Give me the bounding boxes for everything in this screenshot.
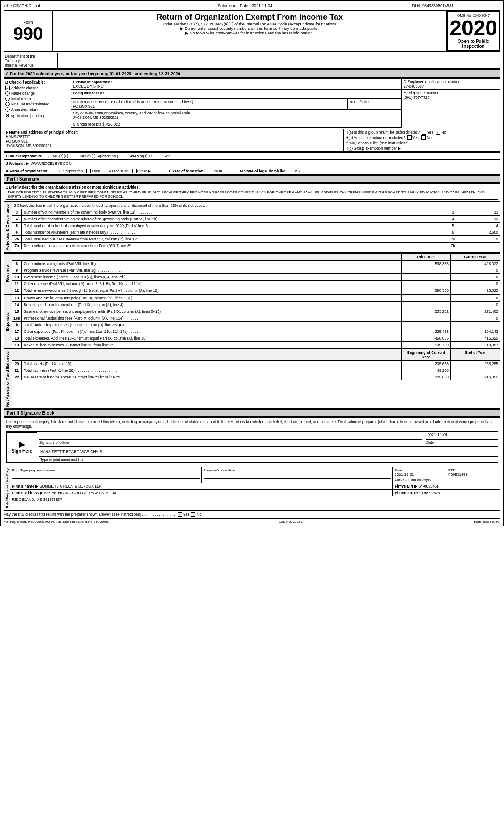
prep-check-label: Check □ if self-employed xyxy=(395,478,444,482)
trust-checkbox[interactable] xyxy=(86,169,91,173)
ein-col: D Employer identification number 27-0406… xyxy=(402,79,500,128)
org-city: JACKSON, MS 392050921 xyxy=(73,115,400,120)
line22-num: 22 xyxy=(12,374,22,380)
expenses-label: Expenses xyxy=(4,295,12,348)
name-change-radio[interactable] xyxy=(5,91,10,96)
initial-return-radio[interactable] xyxy=(5,97,10,101)
footer-yes-checkbox[interactable] xyxy=(178,512,182,517)
ha-no-checkbox[interactable] xyxy=(436,130,440,135)
form-label-footer: Form 990 (2020) xyxy=(474,520,500,524)
check-final-return: Final return/terminated xyxy=(5,102,69,106)
line8-num: 8 xyxy=(12,261,22,267)
signature-section: Under penalties of perjury, I declare th… xyxy=(4,417,500,466)
org-dba-row: Doing business as xyxy=(71,90,401,99)
line12-num: 12 xyxy=(12,287,22,294)
amended-return-radio[interactable] xyxy=(5,107,10,112)
officer-name-value: HANS PETTIT BOARD VICE CHAIR xyxy=(40,450,497,454)
check-label: B Check if applicable: xyxy=(5,80,69,84)
line10-row: 10 Investment income (Part VIII, column … xyxy=(12,274,500,281)
ha-yes-checkbox[interactable] xyxy=(422,130,426,135)
net-assets-label: Net Assets or Fund Balances xyxy=(4,349,12,408)
527-checkbox[interactable] xyxy=(158,154,162,158)
hb-no-checkbox[interactable] xyxy=(421,135,426,140)
officer-name-row: HANS PETTIT BOARD VICE CHAIR xyxy=(39,449,498,457)
hb-label: H(b) Are all subordinates xyxy=(346,135,387,140)
preparer-side-label: Paid Preparer Use Only xyxy=(4,467,10,509)
application-pending-label: Application pending xyxy=(11,114,44,118)
firm-name-col: Firm's name ▶ SUMMERS GREEN & LEROUX LLP xyxy=(10,483,393,489)
line4-box: 4 xyxy=(442,216,464,222)
501c3-label: 501(c)(3) xyxy=(53,154,68,158)
ha-yes-no: Yes No xyxy=(422,130,446,135)
phone-value: (601) 707-7726 xyxy=(404,95,498,100)
expenses-sided: Expenses 13 Grants and similar amounts p… xyxy=(4,294,500,349)
hb-yes-item: Yes xyxy=(407,135,419,140)
line16a-prior xyxy=(402,315,451,321)
line4-num: 4 xyxy=(12,216,22,222)
firm-ein-value: 64-0853461 xyxy=(418,484,438,488)
firm-ein-label: Firm's EIN ▶ xyxy=(395,484,417,488)
line4-value: 13 xyxy=(464,216,500,222)
final-return-radio[interactable] xyxy=(5,102,10,106)
hb-no-label: No xyxy=(427,135,432,140)
dept-row: Department of the Treasury Internal Reve… xyxy=(4,53,500,69)
501c-checkbox[interactable] xyxy=(74,154,78,158)
line12-prior: 598,385 xyxy=(402,287,451,294)
4947-checkbox[interactable] xyxy=(124,154,128,158)
trust-opt: Trust xyxy=(86,169,100,173)
officer-city: JACKSON, MS 392050921 xyxy=(6,143,342,148)
m-label: M State of legal domicile: xyxy=(240,169,285,173)
line11-prior xyxy=(402,281,451,287)
dept-line2: Treasury xyxy=(5,59,56,63)
prep-sig-label: Preparer's signature xyxy=(204,468,391,472)
501c3-checkbox[interactable] xyxy=(47,154,51,158)
line16a-num: 16a xyxy=(12,315,22,321)
firm-city-value: RIDGELAND, MS 391578837 xyxy=(12,497,62,502)
part1-header: Part I Summary xyxy=(4,175,500,183)
line3-row: 3 Number of voting members of the govern… xyxy=(12,209,500,216)
hb-yes-checkbox[interactable] xyxy=(407,135,412,140)
form-subtitle3: ▶ Go to www.irs.gov/Form990 for instruct… xyxy=(55,31,444,35)
activities-label: Activities & Governance xyxy=(4,202,12,252)
501c-label: 501(c) ( ) ◄(insert no.) xyxy=(80,154,118,158)
gross-receipts-row: G Gross receipts $ 426,022 xyxy=(71,121,401,128)
line9-row: 9 Program service revenue (Part VIII, li… xyxy=(12,267,500,274)
line15-label: Salaries, other compensation, employee b… xyxy=(22,308,402,315)
amended-return-label: Amended return xyxy=(11,107,38,112)
check-initial-return: Initial return xyxy=(5,97,69,101)
corporation-opt: Corporation xyxy=(58,169,83,173)
line16b-num: b xyxy=(12,322,22,328)
h-section: H(a) Is this a group return for subordin… xyxy=(346,130,498,151)
inspection: Inspection xyxy=(462,44,485,49)
line3-label: Number of voting members of the governin… xyxy=(22,209,442,215)
line7b-label: Net unrelated business taxable income fr… xyxy=(22,243,442,249)
line13-row: 13 Grants and similar amounts paid (Part… xyxy=(12,295,500,302)
prep-ptin-col: PTIN P00531568 xyxy=(446,467,500,483)
firm-name-label: Firm's name ▶ xyxy=(12,484,38,488)
dept-note xyxy=(58,53,500,68)
form-990-page: efile GRAPHIC print Submission Date - 20… xyxy=(0,0,504,526)
line18-current: 415,625 xyxy=(451,335,500,341)
line16b-row: b Total fundraising expenses (Part IX, c… xyxy=(12,322,500,328)
line11-current: 0 xyxy=(451,281,500,287)
corporation-checkbox[interactable] xyxy=(58,169,62,173)
firm-phone-label: Phone no. xyxy=(395,491,413,495)
net-col-headers: Beginning of Current Year End of Year xyxy=(12,349,500,361)
527-label: 527 xyxy=(164,154,170,158)
ha-yes-item: Yes xyxy=(422,130,433,135)
prep-row4: RIDGELAND, MS 391578837 xyxy=(10,496,500,503)
association-checkbox[interactable] xyxy=(104,169,108,173)
org-address-label: Number and street (or P.O. box if mail i… xyxy=(73,100,193,104)
line19-current: 10,397 xyxy=(451,342,500,348)
line5-row: 5 Total number of individuals employed i… xyxy=(12,223,500,229)
address-change-checkbox[interactable] xyxy=(5,86,10,90)
sided-main: Activities & Governance 2 Check this box… xyxy=(4,202,500,253)
line11-row: 11 Other revenue (Part VIII, column (A),… xyxy=(12,281,500,287)
line22-label: Net assets or fund balances. Subtract li… xyxy=(22,374,402,380)
officer-label: F Name and address of principal officer: xyxy=(6,130,342,135)
org-dba-label: Doing business as xyxy=(73,91,104,95)
form-number: 990 xyxy=(13,25,43,42)
line4-label: Number of independent voting members of … xyxy=(22,216,442,222)
other-checkbox[interactable] xyxy=(132,169,137,173)
footer-no-checkbox[interactable] xyxy=(191,512,195,517)
